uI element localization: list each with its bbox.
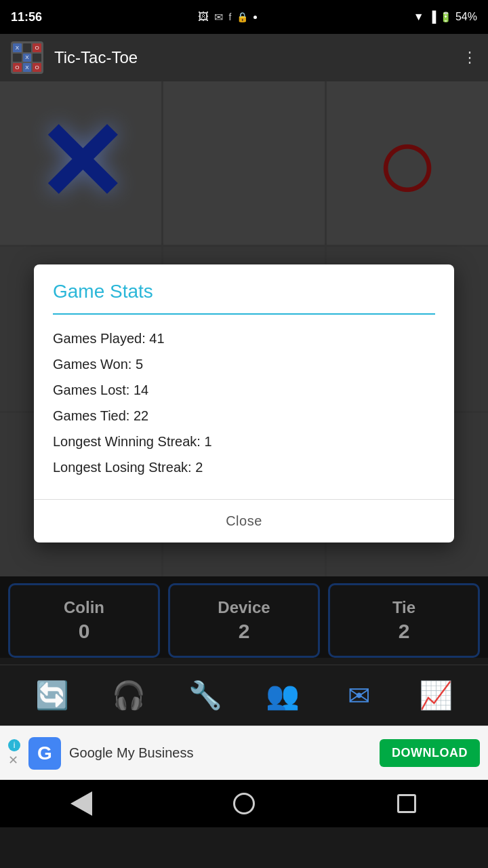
recents-icon (397, 794, 416, 813)
notification-dot (253, 16, 257, 19)
lock-icon: 🔒 (237, 12, 248, 22)
wifi-icon: ▼ (413, 11, 424, 23)
app-title: Tic-Tac-Toe (54, 48, 451, 67)
home-icon (233, 793, 255, 814)
headset-icon: 🎧 (112, 679, 146, 711)
nav-home-button[interactable] (224, 783, 264, 824)
app-icon-cell: O (33, 43, 41, 52)
refresh-icon: 🔄 (35, 679, 69, 711)
app-bar: X O X O X O Tic-Tac-Toe ⋮ (0, 34, 488, 81)
app-icon: X O X O X O (11, 41, 43, 74)
status-right-icons: ▼ ▐ 🔋 54% (413, 11, 477, 23)
ad-app-name: Google My Business (69, 745, 371, 761)
longest-win-streak-stat: Longest Winning Streak: 1 (53, 431, 435, 452)
app-icon-cell (23, 43, 32, 52)
games-tied-stat: Games Tied: 22 (53, 406, 435, 426)
mail-tool[interactable]: ✉ (336, 673, 382, 719)
ad-download-button[interactable]: DOWNLOAD (380, 739, 480, 767)
chart-icon: 📈 (419, 679, 453, 711)
app-icon-cell: O (13, 63, 22, 72)
games-lost-stat: Games Lost: 14 (53, 380, 435, 400)
ad-info-icon: i (8, 739, 20, 751)
mail-tool-icon: ✉ (348, 680, 371, 711)
modal-content: Games Played: 41 Games Won: 5 Games Lost… (34, 315, 454, 499)
app-icon-cell (13, 54, 22, 62)
modal-footer: Close (34, 499, 454, 542)
ad-banner: i ✕ G Google My Business DOWNLOAD (0, 726, 488, 780)
signal-icon: ▐ (428, 11, 436, 23)
tools-icon: 🔧 (188, 679, 222, 711)
headset-tool[interactable]: 🎧 (106, 673, 152, 719)
modal-title: Game Stats (34, 264, 454, 313)
game-stats-modal: Game Stats Games Played: 41 Games Won: 5… (34, 264, 454, 542)
chart-tool[interactable]: 📈 (413, 673, 459, 719)
app-icon-cell: O (33, 63, 41, 72)
ad-logo: G (28, 737, 61, 770)
nav-bar (0, 780, 488, 827)
facebook-icon: f (228, 12, 231, 22)
status-center-icons: 🖼 ✉ f 🔒 (198, 11, 257, 24)
games-won-stat: Games Won: 5 (53, 354, 435, 374)
people-tool[interactable]: 👥 (260, 673, 306, 719)
settings-tool[interactable]: 🔧 (182, 673, 228, 719)
mail-icon: ✉ (214, 11, 223, 24)
longest-lose-streak-stat: Longest Losing Streak: 2 (53, 457, 435, 477)
app-icon-cell: X (23, 63, 32, 72)
status-bar: 11:56 🖼 ✉ f 🔒 ▼ ▐ 🔋 54% (0, 0, 488, 34)
people-icon: 👥 (266, 679, 300, 711)
app-icon-cell (33, 54, 41, 62)
refresh-tool[interactable]: 🔄 (29, 673, 75, 719)
toolbar: 🔄 🎧 🔧 👥 ✉ 📈 (0, 665, 488, 726)
battery-icon: 🔋 (440, 12, 451, 22)
ad-close-button[interactable]: ✕ (8, 753, 20, 768)
app-icon-cell: X (23, 54, 32, 62)
back-icon (70, 791, 92, 816)
nav-recents-button[interactable] (386, 783, 427, 824)
app-icon-cell: X (13, 43, 22, 52)
photo-icon: 🖼 (198, 11, 209, 23)
ad-info-container: i ✕ (8, 739, 20, 768)
battery-percent: 54% (455, 11, 477, 23)
overflow-menu-icon[interactable]: ⋮ (462, 49, 477, 66)
games-played-stat: Games Played: 41 (53, 328, 435, 349)
close-button[interactable]: Close (215, 511, 273, 532)
status-time: 11:56 (11, 10, 42, 24)
modal-overlay: Game Stats Games Played: 41 Games Won: 5… (0, 81, 488, 658)
nav-back-button[interactable] (61, 783, 102, 824)
